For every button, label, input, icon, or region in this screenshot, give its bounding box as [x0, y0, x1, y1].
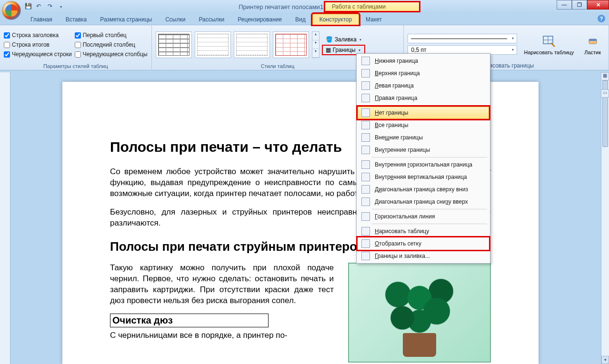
border-type-icon	[361, 94, 370, 102]
tab-рецензирование[interactable]: Рецензирование	[231, 14, 289, 25]
borders-dropdown: Нижняя границаВерхняя границаЛевая грани…	[356, 53, 490, 264]
border-type-icon	[361, 252, 370, 260]
ribbon-tabs: ГлавнаяВставкаРазметка страницыСсылкиРас…	[24, 13, 609, 25]
border-type-icon	[361, 227, 370, 236]
bucket-icon: 🪣	[326, 36, 333, 43]
maximize-button[interactable]: ❐	[572, 0, 587, 10]
menu-item[interactable]: Внутренняя горизонтальная граница	[358, 158, 489, 171]
group-table-style-options: Строка заголовкаСтрока итоговЧередующиес…	[0, 25, 152, 70]
menu-item[interactable]: Внешние границы	[358, 131, 489, 144]
heading-3: Очистка дюз	[110, 314, 269, 327]
menu-item[interactable]: Диагональная граница снизу вверх	[358, 196, 489, 208]
menu-item[interactable]: Отобразить сетку	[358, 237, 489, 250]
menu-item[interactable]: Внутренняя вертикальная граница	[358, 171, 489, 183]
menu-item[interactable]: Правая граница	[358, 92, 489, 104]
border-type-icon	[361, 57, 370, 65]
paragraph: Такую картинку можно получить при плохой…	[110, 263, 334, 306]
border-type-icon	[361, 239, 370, 248]
tab-рассылки[interactable]: Рассылки	[192, 14, 231, 25]
office-button[interactable]	[2, 1, 21, 20]
tab-конструктор[interactable]: Конструктор	[312, 14, 359, 25]
menu-item[interactable]: Границы и заливка...	[358, 250, 489, 262]
border-type-icon	[361, 121, 370, 129]
chevron-down-icon: ▾	[359, 38, 361, 42]
context-tab-table-tools: Работа с таблицами	[324, 1, 420, 12]
minimize-button[interactable]: —	[557, 0, 572, 10]
checkbox-option[interactable]: Чередующиеся строки	[4, 51, 72, 58]
borders-icon: ▦	[326, 47, 331, 53]
document-area: Полосы при печати – что делать Со времен…	[0, 72, 601, 364]
svg-rect-4	[589, 39, 597, 41]
group-label: Параметры стилей таблиц	[4, 62, 148, 69]
window-controls: — ❐ ✕	[557, 0, 609, 10]
menu-item[interactable]: Диагональная граница сверху вниз	[358, 183, 489, 196]
table-style-thumb[interactable]	[234, 31, 270, 58]
checkbox-option[interactable]: Первый столбец	[75, 32, 148, 39]
title-bar: 💾 ↶ ↷ ▾ Принтер печатает полосами1 - Mic…	[0, 0, 609, 13]
table-style-thumb[interactable]	[273, 31, 309, 58]
border-type-icon	[361, 81, 370, 90]
border-type-icon	[361, 160, 370, 169]
checkbox-option[interactable]: Чередующиеся столбцы	[75, 51, 148, 58]
ruler-toggle-icon[interactable]: ▦	[601, 72, 609, 80]
checkbox-option[interactable]: Последний столбец	[75, 41, 148, 48]
vertical-ruler	[0, 72, 10, 364]
border-type-icon	[361, 69, 370, 78]
menu-item[interactable]: Все границы	[358, 119, 489, 131]
close-button[interactable]: ✕	[587, 0, 609, 10]
tab-макет[interactable]: Макет	[359, 14, 389, 25]
border-type-icon	[361, 197, 370, 206]
table-style-thumb[interactable]	[156, 31, 192, 58]
tab-главная[interactable]: Главная	[24, 14, 59, 25]
border-type-icon	[361, 173, 370, 181]
ribbon: Строка заголовкаСтрока итоговЧередующиес…	[0, 25, 609, 70]
qat-more-icon[interactable]: ▾	[60, 5, 62, 9]
menu-item[interactable]: Нет границы	[358, 107, 489, 119]
menu-item[interactable]: Нижняя граница	[358, 55, 489, 67]
embedded-image[interactable]	[348, 263, 491, 363]
eraser-icon	[585, 33, 600, 49]
fill-button[interactable]: 🪣 Заливка ▾	[322, 35, 365, 44]
scroll-down-icon[interactable]: ▾	[601, 356, 609, 364]
draw-table-icon	[541, 33, 557, 49]
border-type-icon	[361, 212, 370, 221]
paragraph: С чернильницами все в порядке, а принтер…	[110, 330, 334, 341]
menu-item[interactable]: Левая граница	[358, 79, 489, 92]
quick-access-toolbar: 💾 ↶ ↷ ▾	[25, 3, 62, 10]
border-type-icon	[361, 108, 370, 117]
menu-item[interactable]: Горизонтальная линия	[358, 210, 489, 223]
vertical-scrollbar[interactable]: ▴ ▾	[601, 72, 609, 364]
checkbox-option[interactable]: Строка итогов	[4, 41, 72, 48]
chevron-down-icon: ▾	[512, 46, 514, 54]
help-icon[interactable]: ?	[598, 15, 605, 22]
redo-icon[interactable]: ↷	[48, 3, 55, 10]
chevron-down-icon: ▾	[359, 48, 360, 52]
border-type-icon	[361, 185, 370, 194]
menu-item[interactable]: Нарисовать таблицу	[358, 225, 489, 237]
eraser-button[interactable]: Ластик	[580, 32, 605, 56]
menu-item[interactable]: Верхняя граница	[358, 67, 489, 79]
undo-icon[interactable]: ↶	[36, 3, 44, 10]
tab-вид[interactable]: Вид	[289, 14, 312, 25]
draw-table-button[interactable]: Нарисовать таблицу	[520, 32, 578, 56]
side-icon[interactable]: ▭	[601, 89, 609, 98]
styles-scroll[interactable]: ▴▾▾	[312, 31, 319, 58]
table-style-thumb[interactable]	[195, 31, 231, 58]
menu-item[interactable]: Внутренние границы	[358, 144, 489, 156]
pen-style-selector[interactable]: ▾	[408, 34, 517, 43]
save-icon[interactable]: 💾	[25, 3, 32, 10]
border-type-icon	[361, 133, 370, 142]
tab-ссылки[interactable]: Ссылки	[159, 14, 192, 25]
border-type-icon	[361, 146, 370, 154]
checkbox-option[interactable]: Строка заголовка	[4, 32, 72, 39]
tab-вставка[interactable]: Вставка	[59, 14, 94, 25]
tab-разметка страницы[interactable]: Разметка страницы	[93, 14, 159, 25]
